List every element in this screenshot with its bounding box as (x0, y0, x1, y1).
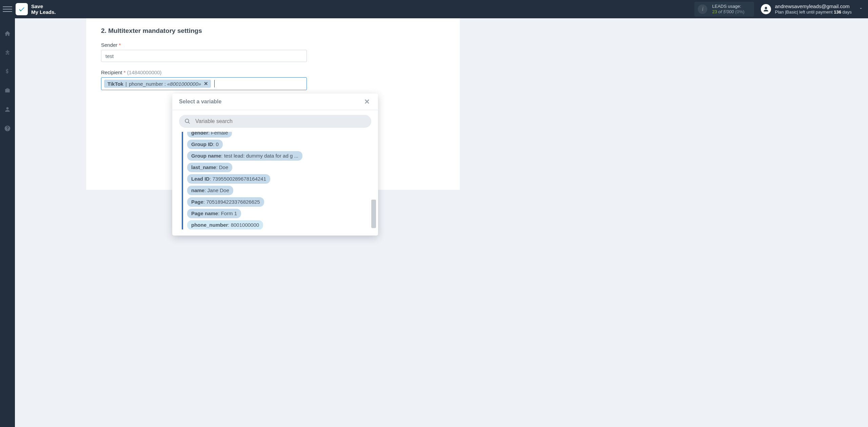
token-remove-icon[interactable]: ✕ (204, 81, 208, 87)
dollar-icon (4, 68, 11, 75)
briefcase-icon (4, 87, 11, 94)
picker-title: Select a variable (179, 99, 221, 105)
nav-connections[interactable] (0, 47, 15, 58)
variable-search[interactable] (179, 115, 371, 128)
variable-option[interactable]: Page: 7051894223376826625 (187, 197, 264, 207)
variable-option[interactable]: Group ID: 0 (187, 140, 223, 149)
question-icon (4, 125, 11, 132)
account-email: andrewsavemyleads@gmail.com (775, 3, 852, 9)
recipient-label: Recipient * (14840000000) (101, 69, 445, 75)
sitemap-icon (4, 49, 11, 56)
side-rail (0, 18, 15, 427)
field-sender: Sender * (101, 42, 445, 62)
account-caret[interactable] (852, 6, 863, 12)
check-icon (18, 5, 25, 13)
picker-close-button[interactable]: ✕ (363, 98, 371, 106)
user-icon (4, 106, 11, 113)
chevron-down-icon (859, 6, 863, 11)
variable-option[interactable]: Lead ID: 7395500289678164241 (187, 174, 270, 184)
account-menu[interactable]: andrewsavemyleads@gmail.com Plan |Basic|… (761, 3, 852, 15)
menu-toggle[interactable] (3, 4, 12, 14)
nav-home[interactable] (0, 28, 15, 39)
leads-usage[interactable]: i LEADS usage: 23 of 5'000 (0%) (694, 2, 754, 17)
variable-picker: Select a variable ✕ gender: FemaleGroup … (172, 94, 378, 236)
usage-label: LEADS usage: (712, 4, 744, 9)
variable-option[interactable]: last_name: Doe (187, 163, 232, 172)
info-icon: i (698, 4, 707, 14)
nav-profile[interactable] (0, 104, 15, 115)
field-recipient: Recipient * (14840000000) TikTok | phone… (101, 69, 445, 90)
variable-option[interactable]: name: Jane Doe (187, 186, 233, 195)
search-icon (184, 118, 191, 124)
recipient-input[interactable]: TikTok | phone_number: «8001000000» ✕ (101, 77, 307, 90)
usage-values: 23 of 5'000 (0%) (712, 9, 744, 15)
variable-option[interactable]: Group name: test lead: dummy data for ad… (187, 151, 302, 161)
nav-help[interactable] (0, 123, 15, 134)
variable-option[interactable]: Page name: Form 1 (187, 209, 241, 218)
settings-card: 2. Multitexter mandatory settings Sender… (86, 18, 460, 190)
app-logo[interactable] (16, 3, 28, 15)
brand-name: Save My Leads. (31, 3, 56, 15)
sender-label: Sender * (101, 42, 445, 48)
nav-billing[interactable] (0, 66, 15, 77)
home-icon (4, 30, 11, 37)
scrollbar-thumb[interactable] (371, 200, 376, 228)
topbar: Save My Leads. i LEADS usage: 23 of 5'00… (0, 0, 868, 18)
variable-list: gender: FemaleGroup ID: 0Group name: tes… (182, 132, 376, 229)
variable-option[interactable]: gender: Female (187, 132, 232, 138)
section-title: 2. Multitexter mandatory settings (101, 27, 445, 35)
variable-option[interactable]: phone_number: 8001000000 (187, 220, 263, 229)
account-plan: Plan |Basic| left until payment 136 days (775, 9, 852, 15)
recipient-token[interactable]: TikTok | phone_number: «8001000000» ✕ (104, 80, 211, 88)
variable-search-input[interactable] (195, 118, 366, 125)
sender-input[interactable] (101, 50, 307, 62)
avatar-icon (761, 4, 771, 14)
text-cursor (214, 80, 215, 87)
main-stage: 2. Multitexter mandatory settings Sender… (15, 18, 868, 427)
nav-integrations[interactable] (0, 85, 15, 96)
